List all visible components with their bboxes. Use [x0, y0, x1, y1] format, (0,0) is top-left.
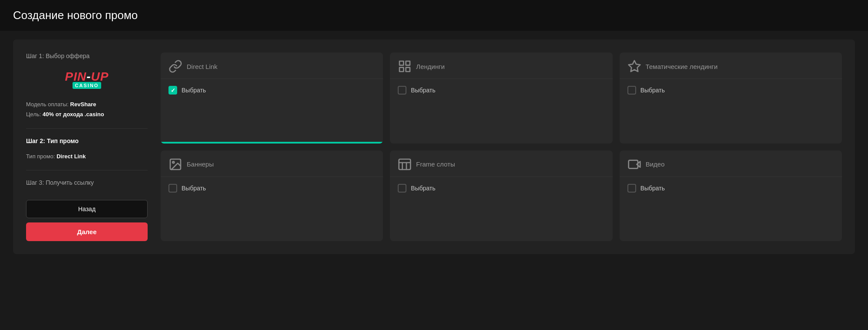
logo-sub-text: CASINO — [73, 82, 102, 89]
frame-slots-checkbox[interactable] — [398, 184, 406, 193]
frame-slots-body: Выбрать — [390, 177, 612, 240]
banners-select-label: Выбрать — [182, 185, 206, 192]
promo-card-banners[interactable]: Баннеры Выбрать — [161, 150, 383, 242]
frame-slots-select-row[interactable]: Выбрать — [398, 184, 604, 193]
banners-checkbox[interactable] — [168, 184, 177, 193]
sidebar-buttons: Назад Далее — [26, 200, 148, 241]
grid-icon — [398, 59, 412, 73]
logo-pin-text: PIN — [65, 70, 87, 83]
video-body: Выбрать — [620, 177, 842, 240]
theme-landings-header: Тематические лендинги — [620, 52, 842, 79]
promo-card-video[interactable]: Видео Выбрать — [620, 150, 842, 242]
frame-slots-select-label: Выбрать — [411, 185, 435, 192]
video-footer — [620, 239, 842, 241]
theme-landings-footer — [620, 142, 842, 144]
slots-icon — [398, 157, 412, 171]
promo-type-meta: Тип промо: Direct Link — [26, 151, 148, 161]
promo-card-direct-link[interactable]: Direct Link Выбрать — [161, 52, 383, 144]
promo-card-theme-landings[interactable]: Тематические лендинги Выбрать — [620, 52, 842, 144]
content-card: Шаг 1: Выбор оффера PIN-UP CASINO Модель… — [13, 39, 855, 254]
direct-link-select-row[interactable]: Выбрать — [168, 86, 375, 95]
banners-header: Баннеры — [161, 150, 383, 177]
video-select-label: Выбрать — [640, 185, 665, 192]
step1-label: Шаг 1: Выбор оффера — [26, 52, 148, 59]
meta-model: Модель оплаты: RevShare — [26, 99, 148, 109]
svg-rect-7 — [399, 159, 411, 170]
direct-link-checkbox[interactable] — [168, 86, 177, 95]
meta-goal: Цель: 40% от дохода .casino — [26, 109, 148, 119]
step3-label: Шаг 3: Получить ссылку — [26, 179, 148, 186]
svg-marker-12 — [637, 161, 640, 167]
theme-landings-checkbox[interactable] — [627, 86, 636, 95]
promo-type-grid: Direct Link Выбрать — [161, 52, 842, 241]
frame-slots-header: Frame слоты — [390, 150, 612, 177]
banners-title: Баннеры — [187, 160, 214, 168]
promo-card-frame-slots[interactable]: Frame слоты Выбрать — [390, 150, 612, 242]
video-header: Видео — [620, 150, 842, 177]
svg-point-6 — [172, 161, 174, 163]
svg-rect-2 — [399, 68, 403, 72]
svg-rect-1 — [406, 61, 410, 65]
theme-icon — [627, 59, 641, 73]
theme-landings-body: Выбрать — [620, 79, 842, 142]
banners-select-row[interactable]: Выбрать — [168, 184, 375, 193]
step2-label: Шаг 2: Тип промо — [26, 137, 148, 144]
landings-body: Выбрать — [390, 79, 612, 142]
landings-footer — [390, 142, 612, 144]
page-title: Создание нового промо — [13, 9, 855, 22]
landings-select-row[interactable]: Выбрать — [398, 86, 604, 95]
banners-body: Выбрать — [161, 177, 383, 240]
link-icon — [168, 59, 182, 73]
video-select-row[interactable]: Выбрать — [627, 184, 834, 193]
image-icon — [168, 157, 182, 171]
svg-rect-3 — [406, 68, 410, 72]
sidebar-meta: Модель оплаты: RevShare Цель: 40% от дох… — [26, 99, 148, 120]
landings-title: Лендинги — [416, 63, 445, 70]
landings-checkbox[interactable] — [398, 86, 406, 95]
brand-logo: PIN-UP CASINO — [26, 70, 148, 89]
theme-landings-select-row[interactable]: Выбрать — [627, 86, 834, 95]
svg-rect-0 — [399, 61, 403, 65]
divider-2 — [26, 170, 148, 170]
back-button[interactable]: Назад — [26, 200, 148, 218]
video-icon — [627, 157, 641, 171]
direct-link-select-label: Выбрать — [182, 87, 206, 94]
frame-slots-footer — [390, 239, 612, 241]
logo-up-text: UP — [91, 70, 109, 83]
banners-footer — [161, 239, 383, 241]
page-body: Шаг 1: Выбор оффера PIN-UP CASINO Модель… — [0, 31, 868, 263]
next-button[interactable]: Далее — [26, 222, 148, 241]
direct-link-title: Direct Link — [187, 63, 218, 70]
landings-header: Лендинги — [390, 52, 612, 79]
divider-1 — [26, 128, 148, 129]
theme-landings-select-label: Выбрать — [640, 87, 665, 94]
promo-card-landings[interactable]: Лендинги Выбрать — [390, 52, 612, 144]
page-header: Создание нового промо — [0, 0, 868, 31]
theme-landings-title: Тематические лендинги — [646, 63, 718, 70]
video-title: Видео — [646, 160, 665, 168]
direct-link-body: Выбрать — [161, 79, 383, 142]
landings-select-label: Выбрать — [411, 87, 435, 94]
sidebar: Шаг 1: Выбор оффера PIN-UP CASINO Модель… — [26, 52, 148, 241]
direct-link-header: Direct Link — [161, 52, 383, 79]
svg-marker-4 — [628, 61, 640, 72]
direct-link-footer — [161, 142, 383, 144]
video-checkbox[interactable] — [627, 184, 636, 193]
frame-slots-title: Frame слоты — [416, 160, 455, 168]
